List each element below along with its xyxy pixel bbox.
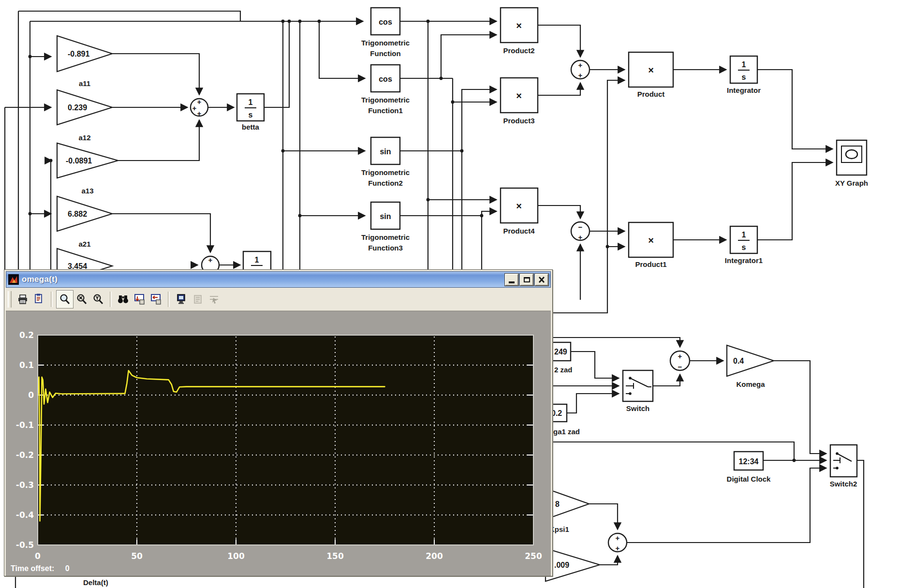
product-label: Product <box>637 90 665 98</box>
gain-a21-label: a21 <box>78 240 90 248</box>
gain-a11-value: -0.891 <box>68 50 89 58</box>
constant-value: 0.2 <box>551 409 562 417</box>
product4[interactable]: × Product4 <box>501 188 538 235</box>
den: s <box>249 111 253 119</box>
integrator1[interactable]: 1 s Integrator1 <box>725 226 763 265</box>
y-tick-label: 0 <box>28 390 34 400</box>
trig-label: Trigonometric <box>361 39 410 47</box>
integrator-betta[interactable]: 1 s betta <box>237 94 264 131</box>
integrator[interactable]: 1 s Integrator <box>727 56 761 94</box>
time-offset-label: Time offset: <box>11 564 54 573</box>
minimize-button[interactable] <box>505 274 518 286</box>
sum-betta[interactable]: + + + <box>191 98 208 118</box>
y-tick-label: -0.3 <box>16 480 34 490</box>
xy-graph-screen <box>841 146 862 162</box>
gain-a21[interactable]: 6.882 a21 <box>57 196 112 248</box>
floating-scope-button[interactable] <box>173 291 190 308</box>
minimize-icon <box>509 281 515 283</box>
x-tick-label: 0 <box>35 551 41 561</box>
product3[interactable]: × Product3 <box>501 78 538 125</box>
scope-window: omega(t) <box>4 269 553 576</box>
y-tick-label: -0.5 <box>16 540 34 550</box>
switch2-label: Switch2 <box>830 480 857 488</box>
maximize-button[interactable] <box>520 274 533 286</box>
digital-clock[interactable]: 12:34 Digital Clock <box>727 452 771 483</box>
sum-sign: + <box>578 71 583 79</box>
close-icon <box>538 277 545 283</box>
gain-a13-value: -0.0891 <box>66 157 92 165</box>
sum-sign: + <box>197 98 202 106</box>
sum-sign: − <box>678 363 682 371</box>
toolbar-grip[interactable] <box>8 291 12 308</box>
trig-function[interactable]: cos Trigonometric Function <box>361 8 410 58</box>
gain-a12[interactable]: 0.239 a12 <box>57 90 112 142</box>
window-title: omega(t) <box>22 275 58 284</box>
sum-6[interactable]: + + <box>608 533 627 552</box>
product3-label: Product3 <box>503 117 534 125</box>
y-tick-label: -0.2 <box>16 450 34 460</box>
trig-fn: cos <box>379 18 392 26</box>
switch-label: Switch <box>626 404 649 412</box>
zoom-y-button[interactable] <box>90 291 106 308</box>
trig-function1[interactable]: cos Trigonometric Function1 <box>361 65 410 115</box>
zoom-x-icon <box>75 293 88 306</box>
sum-3[interactable]: + + <box>571 60 590 79</box>
x-tick-label: 100 <box>227 551 245 561</box>
restore-axes-button[interactable] <box>148 291 164 308</box>
trig-function3[interactable]: sin Trigonometric Function3 <box>361 202 410 252</box>
title-bar[interactable]: omega(t) <box>6 271 551 288</box>
trig-function2[interactable]: sin Trigonometric Function2 <box>361 137 410 187</box>
sum-sign: + <box>197 109 202 118</box>
sum-sign: + <box>192 104 197 112</box>
num: 1 <box>742 60 746 69</box>
gain-a21-value: 6.882 <box>68 210 87 218</box>
print-button[interactable] <box>15 291 31 308</box>
product2[interactable]: × Product2 <box>501 8 538 55</box>
sum-4[interactable]: − + <box>571 222 590 241</box>
xy-graph[interactable]: XY Graph <box>835 140 868 187</box>
gain-009[interactable]: .009 <box>545 548 600 581</box>
product1[interactable]: × Product1 <box>629 222 673 268</box>
gain-a13[interactable]: -0.0891 a13 <box>57 143 118 195</box>
constant-label: ga1 zad <box>553 427 580 436</box>
trig-label: Trigonometric <box>361 96 410 104</box>
gain-a11[interactable]: -0.891 a11 <box>57 36 112 88</box>
switch[interactable]: Switch <box>623 370 653 412</box>
trig-fn: sin <box>380 147 391 156</box>
lock-axes-button[interactable] <box>190 291 206 308</box>
copy-icon <box>33 294 45 305</box>
product[interactable]: × Product <box>629 52 673 98</box>
copy-button[interactable] <box>31 291 47 308</box>
sum-5[interactable]: + − <box>670 351 690 371</box>
sum-sign: + <box>678 352 682 360</box>
gain-a11-label: a11 <box>79 79 90 88</box>
scope-plot: 0.20.10-0.1-0.2-0.3-0.4-0.50501001502002… <box>6 311 551 576</box>
zoom-x-button[interactable] <box>74 291 90 308</box>
trig-label: Function2 <box>368 179 403 187</box>
y-tick-label: 0.2 <box>19 330 34 340</box>
switch2[interactable]: Switch2 <box>830 445 857 488</box>
signal-selection-button[interactable] <box>206 291 222 308</box>
trig-label: Function1 <box>368 106 403 115</box>
sum-sign: + <box>616 544 620 552</box>
gain-a12-value: 0.239 <box>68 103 87 112</box>
x-tick-label: 200 <box>426 551 443 561</box>
integrator1-label: Integrator1 <box>725 256 763 265</box>
close-button[interactable] <box>535 274 548 286</box>
toolbar-separator <box>168 292 170 307</box>
gain-komega[interactable]: 0.4 Komega <box>727 345 774 388</box>
find-button[interactable] <box>115 291 132 308</box>
product1-label: Product1 <box>635 260 666 268</box>
floating-scope-icon <box>176 294 187 305</box>
sum-sign: + <box>578 61 583 69</box>
digital-clock-value: 12:34 <box>739 457 759 466</box>
save-axes-button[interactable] <box>132 291 148 308</box>
trig-label: Trigonometric <box>361 168 410 176</box>
sum-sign: + <box>616 534 620 542</box>
x-tick-label: 50 <box>131 551 143 561</box>
print-icon <box>17 294 29 305</box>
zoom-button[interactable] <box>56 290 74 309</box>
maximize-icon <box>524 277 530 282</box>
toolbar-separator <box>51 292 53 307</box>
digital-clock-label: Digital Clock <box>727 475 771 483</box>
